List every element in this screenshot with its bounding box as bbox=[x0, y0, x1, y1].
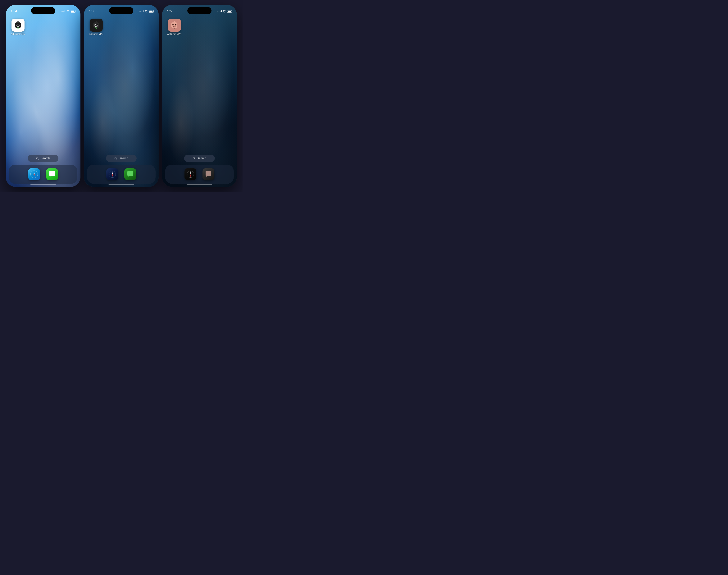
svg-point-39 bbox=[174, 21, 175, 22]
svg-marker-28 bbox=[112, 174, 113, 177]
status-time-3: 1:55 bbox=[167, 9, 173, 13]
app-adguard-1[interactable]: AdGuard VPN bbox=[10, 19, 26, 35]
battery-icon-1 bbox=[71, 10, 75, 13]
adguard-robot-icon-1 bbox=[13, 21, 23, 30]
dock-3 bbox=[165, 165, 234, 184]
home-indicator-3 bbox=[187, 184, 212, 185]
search-label-2: Search bbox=[119, 157, 128, 160]
svg-rect-33 bbox=[171, 23, 177, 28]
messages-bubble-icon-2 bbox=[126, 171, 134, 178]
battery-icon-3 bbox=[227, 10, 232, 13]
dynamic-island-3 bbox=[187, 7, 212, 14]
status-time-1: 1:54 bbox=[11, 9, 17, 13]
safari-compass-icon-1 bbox=[30, 170, 38, 178]
app-label-adguard-1: AdGuard VPN bbox=[11, 33, 25, 35]
adguard-robot-icon-3 bbox=[170, 21, 179, 30]
svg-marker-27 bbox=[112, 171, 113, 174]
dock-safari-1[interactable] bbox=[28, 168, 40, 180]
app-adguard-2[interactable]: AdGuard VPN bbox=[88, 19, 104, 35]
svg-point-21 bbox=[97, 24, 98, 25]
dock-2 bbox=[87, 165, 155, 184]
svg-point-20 bbox=[95, 24, 96, 25]
status-icons-1 bbox=[61, 10, 75, 13]
svg-marker-12 bbox=[34, 174, 35, 177]
messages-bubble-icon-1 bbox=[48, 171, 56, 178]
svg-point-6 bbox=[17, 21, 19, 22]
dock-1 bbox=[9, 165, 77, 184]
svg-rect-17 bbox=[93, 23, 99, 28]
search-bar-2[interactable]: Search bbox=[106, 155, 137, 162]
svg-marker-44 bbox=[190, 174, 191, 177]
safari-compass-icon-2 bbox=[108, 170, 116, 178]
signal-icon-1 bbox=[61, 10, 65, 12]
app-icon-adguard-2[interactable] bbox=[90, 19, 103, 32]
phone-frame-2: 1:55 bbox=[84, 5, 159, 187]
svg-point-4 bbox=[19, 24, 20, 25]
messages-bubble-icon-3 bbox=[205, 171, 212, 178]
signal-icon-3 bbox=[217, 10, 222, 12]
search-icon-1 bbox=[36, 157, 39, 160]
safari-compass-icon-3 bbox=[186, 170, 194, 178]
svg-point-3 bbox=[16, 24, 17, 25]
svg-line-25 bbox=[116, 159, 117, 160]
app-icon-adguard-1[interactable] bbox=[11, 19, 25, 32]
search-label-3: Search bbox=[197, 157, 206, 160]
svg-point-23 bbox=[96, 21, 97, 22]
svg-marker-11 bbox=[34, 171, 35, 174]
dock-safari-2[interactable] bbox=[106, 168, 118, 180]
status-time-2: 1:55 bbox=[89, 9, 95, 13]
wifi-icon-3 bbox=[223, 10, 226, 12]
adguard-robot-icon-2 bbox=[92, 21, 101, 30]
app-label-adguard-2: AdGuard VPN bbox=[89, 33, 103, 35]
svg-marker-43 bbox=[190, 171, 191, 174]
phone-frame-3: 1:55 bbox=[162, 5, 237, 187]
svg-line-8 bbox=[38, 159, 39, 160]
status-icons-2 bbox=[139, 10, 154, 13]
home-indicator-1 bbox=[30, 184, 56, 185]
search-bar-1[interactable]: Search bbox=[28, 155, 59, 162]
dock-safari-3[interactable] bbox=[184, 168, 196, 180]
svg-point-36 bbox=[173, 24, 174, 25]
dock-messages-2[interactable] bbox=[124, 168, 136, 180]
app-label-adguard-3: AdGuard VPN bbox=[167, 33, 181, 35]
search-label-1: Search bbox=[40, 157, 50, 160]
wifi-icon-1 bbox=[67, 10, 70, 12]
svg-line-41 bbox=[194, 159, 195, 160]
search-icon-3 bbox=[192, 157, 195, 160]
dynamic-island-1 bbox=[31, 7, 55, 14]
app-icon-adguard-3[interactable] bbox=[168, 19, 181, 32]
dock-messages-1[interactable] bbox=[46, 168, 58, 180]
home-indicator-2 bbox=[108, 184, 134, 185]
app-adguard-3[interactable]: AdGuard VPN bbox=[167, 19, 182, 35]
wifi-icon-2 bbox=[145, 10, 148, 12]
battery-icon-2 bbox=[149, 10, 154, 13]
svg-rect-0 bbox=[15, 23, 21, 28]
dynamic-island-2 bbox=[109, 7, 133, 14]
search-bar-3[interactable]: Search bbox=[184, 155, 215, 162]
search-icon-2 bbox=[114, 157, 117, 160]
svg-point-37 bbox=[175, 24, 176, 25]
signal-icon-2 bbox=[139, 10, 144, 12]
phone-frame-1: 1:54 bbox=[6, 5, 80, 187]
dock-messages-3[interactable] bbox=[203, 168, 214, 180]
status-icons-3 bbox=[217, 10, 232, 13]
